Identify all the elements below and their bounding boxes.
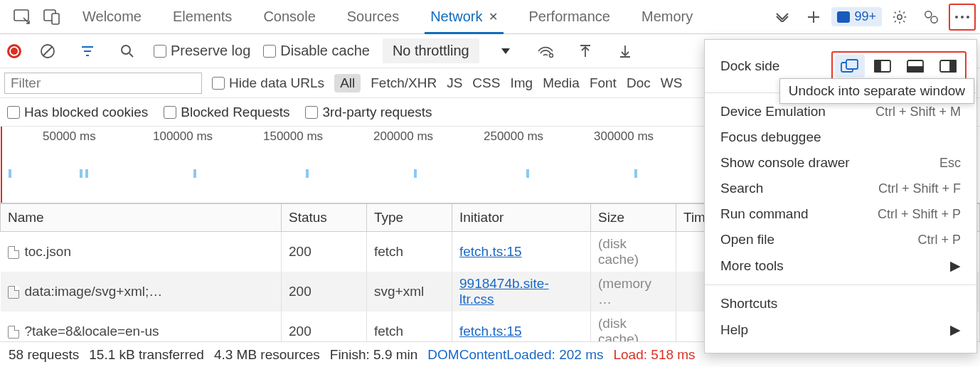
menu-search[interactable]: SearchCtrl + Shift + F	[705, 176, 976, 201]
status-finish: Finish: 5.9 min	[330, 347, 418, 363]
network-conditions-icon[interactable]	[532, 38, 559, 65]
col-name[interactable]: Name	[1, 204, 282, 232]
menu-help[interactable]: Help▶	[705, 317, 976, 343]
filter-input[interactable]	[4, 73, 202, 94]
dock-bottom[interactable]	[900, 55, 930, 78]
playhead	[1, 127, 2, 203]
third-party-checkbox[interactable]: 3rd-party requests	[305, 105, 432, 120]
label: No throttling	[393, 43, 469, 59]
col-type[interactable]: Type	[367, 204, 452, 232]
svg-point-3	[898, 14, 902, 18]
settings-icon[interactable]	[886, 4, 913, 31]
svg-rect-0	[14, 10, 28, 21]
timeline-tick: 250000 ms	[484, 129, 543, 144]
disable-cache-checkbox[interactable]: Disable cache	[263, 43, 370, 59]
issues-icon	[837, 11, 850, 23]
col-initiator[interactable]: Initiator	[452, 204, 591, 232]
timeline-tick: 300000 ms	[594, 129, 654, 144]
tab-label: Network	[430, 9, 482, 25]
filter-icon[interactable]	[74, 38, 101, 65]
col-size[interactable]: Size	[591, 204, 676, 232]
file-icon	[8, 326, 19, 339]
export-icon[interactable]	[612, 38, 639, 65]
svg-point-7	[961, 16, 964, 18]
tab-elements[interactable]: Elements	[157, 0, 247, 34]
badge-count: 99+	[854, 9, 876, 24]
svg-point-4	[925, 11, 932, 17]
tab-network[interactable]: Network ✕	[415, 0, 513, 34]
label: Disable cache	[280, 43, 370, 59]
dock-undock[interactable]	[835, 55, 865, 78]
issues-badge[interactable]: 99+	[831, 7, 882, 26]
more-tabs-icon[interactable]	[769, 4, 796, 31]
throttle-caret-icon[interactable]	[492, 38, 519, 65]
label: Blocked Requests	[181, 105, 289, 119]
svg-point-8	[966, 16, 969, 18]
label: Hide data URLs	[229, 75, 324, 90]
dock-left[interactable]	[868, 55, 898, 78]
tab-label: Sources	[347, 9, 399, 25]
device-toggle-icon[interactable]	[37, 0, 67, 34]
svg-rect-19	[950, 60, 956, 72]
timeline-tick: 100000 ms	[153, 129, 213, 144]
filter-ws[interactable]: WS	[661, 75, 683, 91]
filter-media[interactable]: Media	[543, 75, 580, 91]
blocked-requests-checkbox[interactable]: Blocked Requests	[164, 105, 289, 120]
status-domcontentloaded: DOMContentLoaded: 202 ms	[427, 347, 603, 363]
filter-css[interactable]: CSS	[472, 75, 500, 91]
svg-point-11	[549, 53, 553, 57]
tab-label: Memory	[641, 9, 693, 25]
initiator-link[interactable]: fetch.ts:15	[459, 244, 522, 259]
menu-run-command[interactable]: Run commandCtrl + Shift + P	[705, 201, 976, 227]
tab-label: Elements	[173, 9, 232, 25]
label: Show console drawer	[720, 155, 850, 171]
feedback-icon[interactable]	[917, 4, 944, 31]
initiator-link[interactable]: 9918474b.site-ltr.css	[459, 276, 549, 307]
menu-shortcuts[interactable]: Shortcuts	[705, 291, 976, 317]
dock-right[interactable]	[933, 55, 963, 78]
tab-label: Console	[263, 9, 315, 25]
filter-js[interactable]: JS	[447, 75, 462, 91]
filter-fetch[interactable]: Fetch/XHR	[371, 75, 437, 91]
label: Preserve log	[171, 43, 250, 59]
menu-show-console-drawer[interactable]: Show console drawerEsc	[705, 150, 976, 176]
clear-button[interactable]	[34, 38, 61, 65]
svg-point-10	[122, 46, 130, 54]
label: Device Emulation	[720, 104, 826, 119]
import-icon[interactable]	[572, 38, 599, 65]
menu-focus-debuggee[interactable]: Focus debuggee	[705, 124, 976, 150]
shortcut: Esc	[939, 156, 961, 171]
preserve-log-checkbox[interactable]: Preserve log	[154, 43, 250, 59]
shortcut: Ctrl + Shift + P	[878, 207, 961, 222]
menu-more-tools[interactable]: More tools▶	[705, 252, 976, 279]
inspect-icon[interactable]	[7, 0, 37, 34]
file-icon	[8, 246, 19, 259]
label: Search	[720, 181, 763, 196]
panel-tabbar: Welcome Elements Console Sources Network…	[0, 0, 980, 34]
tab-memory[interactable]: Memory	[626, 0, 708, 34]
more-options-button[interactable]	[949, 4, 976, 31]
search-icon[interactable]	[114, 38, 141, 65]
timeline-tick: 200000 ms	[373, 129, 433, 144]
throttling-select[interactable]: No throttling	[383, 38, 479, 63]
filter-all[interactable]: All	[334, 74, 361, 92]
status-transferred: 15.1 kB transferred	[89, 347, 204, 363]
tab-console[interactable]: Console	[247, 0, 331, 34]
col-status[interactable]: Status	[282, 204, 367, 232]
tab-sources[interactable]: Sources	[331, 0, 415, 34]
initiator-link[interactable]: fetch.ts:15	[459, 324, 522, 339]
has-blocked-cookies-checkbox[interactable]: Has blocked cookies	[7, 105, 148, 120]
filter-img[interactable]: Img	[510, 75, 533, 91]
chevron-right-icon: ▶	[950, 321, 961, 338]
record-button[interactable]	[7, 44, 21, 58]
filter-font[interactable]: Font	[590, 75, 617, 91]
hide-data-urls-checkbox[interactable]: Hide data URLs	[212, 75, 324, 91]
close-icon[interactable]: ✕	[489, 10, 498, 23]
menu-open-file[interactable]: Open fileCtrl + P	[705, 227, 976, 252]
status-requests: 58 requests	[9, 347, 79, 363]
file-icon	[8, 286, 19, 299]
tab-performance[interactable]: Performance	[513, 0, 627, 34]
tab-welcome[interactable]: Welcome	[67, 0, 157, 34]
filter-doc[interactable]: Doc	[627, 75, 651, 91]
add-tab-icon[interactable]	[800, 4, 827, 31]
